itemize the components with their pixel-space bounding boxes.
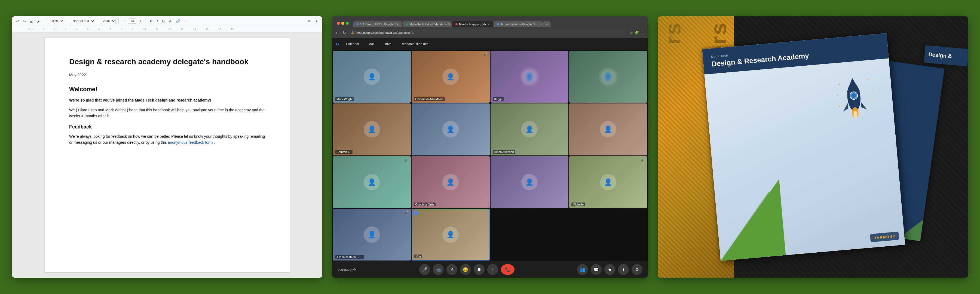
browser-tab-meet[interactable]: Meet – boq-gacg-yfx ✕	[452, 21, 493, 27]
edit-pencil-button[interactable]: ✏	[307, 18, 312, 24]
ruler-tick-9: 9	[132, 28, 134, 30]
bold-button[interactable]: B	[149, 18, 154, 24]
tab-close-meet[interactable]: ✕	[488, 23, 490, 26]
svg-marker-11	[861, 101, 867, 110]
present-control[interactable]: 🖥	[447, 264, 457, 275]
underline-button[interactable]: U	[161, 18, 166, 24]
meet-controls: 🎤 📹 🖥 😊 ⏺ ⋮ 📞	[419, 264, 514, 275]
zoom-select[interactable]: 100%	[48, 18, 64, 24]
app-calendar-btn[interactable]: Calendar	[344, 41, 361, 47]
participant-face-2: 👤	[412, 51, 490, 103]
participants-button[interactable]: 👥	[577, 264, 588, 275]
toolbar-divider-5	[146, 18, 146, 24]
font-size-minus[interactable]: −	[121, 18, 126, 24]
ruler-tick-11: 11	[156, 28, 158, 30]
undo-button[interactable]: ↩	[15, 18, 21, 24]
docs-body[interactable]: Design & research academy delegate's han…	[12, 32, 322, 278]
docs-page[interactable]: Design & research academy delegate's han…	[45, 38, 290, 272]
ruler-start: 2	[28, 28, 30, 30]
empty-cell-2	[569, 209, 647, 261]
app-mail-btn[interactable]: Mail	[366, 41, 377, 47]
paint-button[interactable]: 🖌	[36, 18, 42, 24]
video-cell-aliani[interactable]: 👤 Aliani-Rashida Bl… 🎤	[333, 209, 411, 261]
ruler-tick-6: 6	[99, 28, 100, 30]
svg-point-14	[838, 84, 840, 85]
video-cell-comfort[interactable]: 👤 Comfort O.	[333, 103, 411, 155]
video-cell-chiamaka[interactable]: 👤 Chiamaka Adu Mosei 🎤	[412, 51, 490, 103]
photo-scene: ers rs Design & ResearchAcademy Made Tec…	[658, 16, 968, 278]
print-button[interactable]: 🖨	[28, 18, 35, 24]
settings-button[interactable]: ⚙	[632, 264, 643, 275]
docs-toolbar: ↩ ↪ 🖨 🖌 100% Normal text Arial − 14 + B …	[12, 16, 322, 26]
video-cell-helen[interactable]: 👤 Helen Atkinson	[490, 103, 568, 155]
avatar-14: 👤	[442, 226, 459, 243]
avatar-13: 👤	[364, 226, 380, 243]
mic-icon-2: 🎤	[484, 52, 488, 56]
tab-label-calendar: Made Tech Ltd – Calendar – S…	[409, 22, 452, 26]
app-drive-btn[interactable]: Drive	[382, 41, 394, 47]
toolbar-divider-4	[118, 18, 119, 24]
cam-control[interactable]: 📹	[433, 264, 444, 275]
avatar-6: 👤	[442, 121, 459, 137]
participant-face-12: 👤	[569, 156, 647, 208]
video-cell-4[interactable]: 👤	[569, 51, 647, 103]
avatar-12: 👤	[600, 174, 616, 190]
video-cell-9[interactable]: 👤 🎤	[333, 156, 411, 208]
chat-button[interactable]: 💬	[591, 264, 601, 275]
browser-tab-calendar[interactable]: Made Tech Ltd – Calendar – S… ✕	[402, 21, 452, 27]
extensions-icon[interactable]: 🧩	[635, 31, 639, 35]
browser-tab-slides[interactable]: 1.2 Intro to UCD · Google Sli… ✕	[353, 21, 402, 27]
back-button[interactable]: ‹	[336, 30, 337, 35]
address-box[interactable]: 🔒 meet.google.com/boq-gacg-yfx?authuser=…	[348, 29, 627, 36]
record-control[interactable]: ⏺	[474, 264, 485, 275]
link-button[interactable]: 🔗	[175, 18, 181, 24]
google-logo: G	[336, 42, 339, 46]
video-cell-conchita[interactable]: 👤 Conchita Ortiz	[412, 156, 490, 208]
style-select[interactable]: Normal text	[70, 18, 95, 24]
tab-close-docs[interactable]: ✕	[541, 23, 542, 26]
redo-button[interactable]: ↪	[22, 18, 27, 24]
italic-button[interactable]: I	[156, 18, 159, 24]
avatar-10: 👤	[442, 174, 459, 190]
app-slides-btn[interactable]: Research slide dec...	[399, 41, 433, 47]
font-size-plus[interactable]: +	[138, 18, 143, 24]
video-cell-6[interactable]: 👤	[412, 103, 490, 155]
fabric-text-rs: rs	[660, 22, 686, 44]
welcome-bold-text: We're so glad that you've joined the Mad…	[69, 97, 265, 103]
browser-tab-docs[interactable]: Jargon buster – Google Do… ✕	[493, 21, 542, 27]
participant-label-13: Aliani-Rashida Bl…	[335, 255, 364, 259]
feedback-link[interactable]: anonymous feedback form	[168, 140, 213, 145]
text-color-button[interactable]: A	[168, 18, 173, 24]
meeting-code: boq-gacg-yfx	[337, 268, 356, 272]
video-cell-you[interactable]: 👤 You ↑	[412, 209, 490, 261]
window-maximize[interactable]	[346, 22, 349, 25]
video-cell-8[interactable]: 👤	[569, 103, 647, 155]
feedback-body: We're always looking for feedback on how…	[69, 133, 265, 146]
browser-tab-new[interactable]: +	[543, 21, 551, 27]
info-button[interactable]: ℹ	[618, 264, 629, 275]
video-cell-mark-wright[interactable]: 👤 Mark Wright	[333, 51, 411, 103]
video-cell-11[interactable]: 👤	[490, 156, 568, 208]
end-call-button[interactable]: 📞	[501, 264, 514, 275]
window-minimize[interactable]	[341, 22, 344, 25]
more-button[interactable]: ···	[183, 18, 189, 24]
ruler-tick-14: 14	[193, 28, 196, 30]
more-control[interactable]: ⋮	[487, 264, 498, 275]
refresh-button[interactable]: ↻	[343, 30, 346, 35]
video-cell-michelle[interactable]: 👤 Michelle 🎤	[569, 156, 647, 208]
mic-control[interactable]: 🎤	[419, 264, 430, 275]
participant-label-14: You	[414, 254, 422, 258]
activities-button[interactable]: ★	[605, 264, 615, 275]
welcome-heading: Welcome!	[69, 84, 265, 94]
browser-menu-icon[interactable]: ⋮	[641, 31, 644, 35]
video-cell-briggs[interactable]: 👤 Briggs	[490, 51, 568, 103]
window-close[interactable]	[337, 22, 340, 25]
font-select[interactable]: Arial	[101, 18, 116, 24]
participant-face-3: 👤	[490, 51, 568, 103]
collapse-button[interactable]: ∧	[314, 18, 320, 24]
participant-face-9: 👤	[333, 156, 411, 208]
forward-button[interactable]: ›	[339, 30, 341, 35]
emoji-control[interactable]: 😊	[460, 264, 471, 275]
svg-point-18	[839, 106, 840, 107]
bookmark-icon[interactable]: ☆	[630, 31, 633, 35]
